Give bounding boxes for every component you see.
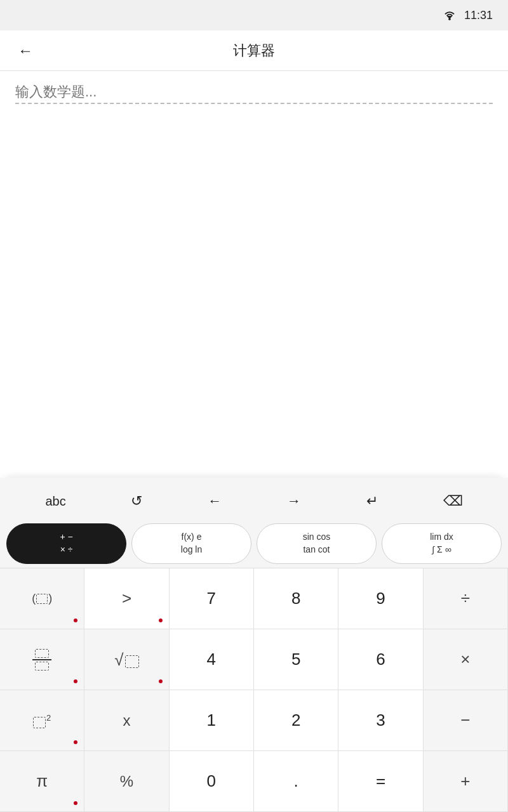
backspace-button[interactable]: ⌫ <box>436 488 471 514</box>
enter-button[interactable]: ↵ <box>359 488 385 514</box>
key-equals[interactable]: = <box>338 751 423 812</box>
key-multiply[interactable]: × <box>424 629 508 690</box>
key-8-label: 8 <box>291 589 300 608</box>
key-8[interactable]: 8 <box>254 568 338 629</box>
key-1[interactable]: 1 <box>170 690 254 751</box>
key-2[interactable]: 2 <box>254 690 338 751</box>
plus-label: + <box>460 771 470 791</box>
key-plus[interactable]: + <box>424 751 508 812</box>
enter-icon: ↵ <box>366 493 378 509</box>
cursor-right-button[interactable]: → <box>279 488 309 514</box>
tab-func[interactable]: f(x) elog ln <box>131 523 251 564</box>
keypad-grid: () > 7 8 9 ÷ <box>0 568 508 812</box>
key-dot <box>74 740 77 744</box>
key-5-label: 5 <box>291 650 300 669</box>
pi-label: π <box>36 771 48 791</box>
key-0[interactable]: 0 <box>170 751 254 812</box>
key-dot <box>74 619 77 622</box>
key-4-label: 4 <box>207 650 216 669</box>
svg-point-1 <box>448 18 451 20</box>
power-icon: 2 <box>33 713 51 728</box>
abc-button[interactable]: abc <box>37 489 73 514</box>
app-bar: ← 计算器 <box>0 30 508 71</box>
left-arrow-icon: ← <box>208 493 222 509</box>
key-dot <box>74 801 77 805</box>
status-bar: 11:31 <box>0 0 508 30</box>
key-divide[interactable]: ÷ <box>424 568 508 629</box>
history-button[interactable]: ↺ <box>123 488 150 514</box>
greater-label: > <box>122 589 131 608</box>
key-7[interactable]: 7 <box>170 568 254 629</box>
tab-trig-label: sin costan cot <box>303 531 331 556</box>
multiply-label: × <box>460 650 470 669</box>
fraction-icon <box>32 649 51 671</box>
right-arrow-icon: → <box>287 493 301 509</box>
app-title: 计算器 <box>41 41 467 60</box>
keyboard-top-row: abc ↺ ← → ↵ ⌫ <box>0 478 508 520</box>
key-percent[interactable]: % <box>84 751 169 812</box>
tab-func-label: f(x) elog ln <box>181 531 202 556</box>
percent-label: % <box>120 773 133 790</box>
wifi-icon <box>443 10 457 20</box>
key-9-label: 9 <box>376 589 385 608</box>
key-power[interactable]: 2 <box>0 690 84 751</box>
divide-label: ÷ <box>461 589 470 608</box>
key-3[interactable]: 3 <box>338 690 423 751</box>
key-dot <box>74 679 77 683</box>
minus-label: − <box>460 710 470 730</box>
key-x[interactable]: x <box>84 690 169 751</box>
history-icon: ↺ <box>131 493 142 509</box>
sqrt-icon: √ <box>114 652 138 668</box>
key-1-label: 1 <box>207 710 216 730</box>
key-9[interactable]: 9 <box>338 568 423 629</box>
tab-basic[interactable]: + −× ÷ <box>6 523 126 564</box>
key-greater[interactable]: > <box>84 568 169 629</box>
backspace-icon: ⌫ <box>443 493 463 509</box>
key-2-label: 2 <box>291 710 300 730</box>
tab-trig[interactable]: sin costan cot <box>257 523 377 564</box>
key-0-label: 0 <box>207 771 216 791</box>
time-display: 11:31 <box>464 9 493 22</box>
key-pi[interactable]: π <box>0 751 84 812</box>
tab-calc[interactable]: lim dx∫ Σ ∞ <box>382 523 502 564</box>
key-3-label: 3 <box>376 710 385 730</box>
x-label: x <box>123 712 130 730</box>
abc-label: abc <box>45 494 65 509</box>
display-area <box>0 147 508 160</box>
key-dot <box>159 679 163 683</box>
status-bar-right: 11:31 <box>443 9 493 22</box>
tab-basic-label: + −× ÷ <box>60 531 72 556</box>
key-dot-btn[interactable]: . <box>254 751 338 812</box>
key-paren[interactable]: () <box>0 568 84 629</box>
math-input[interactable] <box>15 84 493 104</box>
category-tabs: + −× ÷ f(x) elog ln sin costan cot lim d… <box>0 520 508 568</box>
key-dot <box>159 619 163 622</box>
key-7-label: 7 <box>207 589 216 608</box>
key-minus[interactable]: − <box>424 690 508 751</box>
key-sqrt[interactable]: √ <box>84 629 169 690</box>
back-button[interactable]: ← <box>10 36 41 66</box>
cursor-left-button[interactable]: ← <box>200 488 229 514</box>
key-6-label: 6 <box>376 650 385 669</box>
input-area <box>0 71 508 147</box>
keyboard-container: abc ↺ ← → ↵ ⌫ + −× ÷ f(x) elog ln sin co… <box>0 478 508 812</box>
tab-calc-label: lim dx∫ Σ ∞ <box>430 531 453 556</box>
equals-label: = <box>376 771 385 791</box>
key-4[interactable]: 4 <box>170 629 254 690</box>
paren-icon: () <box>32 592 52 605</box>
dot-label: . <box>294 771 298 791</box>
key-6[interactable]: 6 <box>338 629 423 690</box>
key-fraction[interactable] <box>0 629 84 690</box>
key-5[interactable]: 5 <box>254 629 338 690</box>
